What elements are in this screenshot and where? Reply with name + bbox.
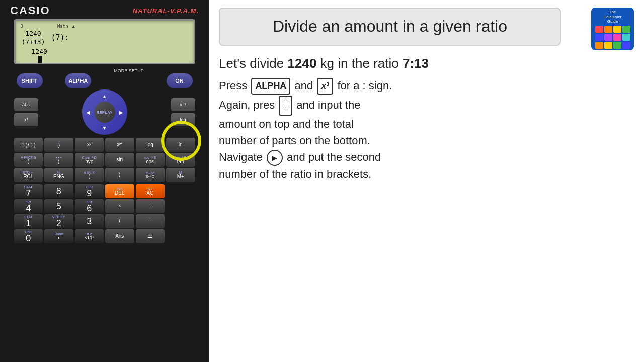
ac-button[interactable]: OFF AC [136,184,165,198]
calculator: CASIO NATURAL-V.P.A.M. D Math ▲ 1240 (7+… [0,0,209,362]
empty-cell2 [166,199,195,213]
frac-button[interactable]: ⬚/⬚ [14,138,43,152]
mode-setup-spacer [116,73,142,88]
calculator-guide-logo: The Calculator Guide [591,8,634,50]
nav-inner[interactable]: REPLAY [94,102,115,123]
display-indicators: D Math ▲ [21,24,189,29]
again-text: Again, pres [219,99,275,111]
paren-left2-button[interactable]: a b/c X ( [75,168,104,182]
nav-pad[interactable]: ▲ ▼ ◀ ▶ REPLAY [82,89,127,135]
navigate-text: Navigate [219,151,263,163]
minus-button[interactable]: − [136,214,165,228]
ln-button[interactable]: ln [166,138,195,152]
x3-button[interactable]: x³ [14,113,38,126]
ans-button[interactable]: Ans [105,229,134,243]
seven-button[interactable]: STAT 7 [14,184,43,198]
sin-button[interactable]: sin [105,153,134,167]
tan-button[interactable]: tan⁻¹ F tan [166,153,195,167]
nav-up-arrow[interactable]: ▲ [102,94,107,99]
instruction-line2: Again, pres □ □ and input the [219,96,631,116]
eng-button[interactable]: % ENG [44,168,73,182]
and-input-text: and input the [296,99,360,111]
mult-button[interactable]: × [105,199,134,213]
frac-key-icon: □ □ [279,96,292,116]
x10-button[interactable]: π e ×10ˣ [75,229,104,243]
abs-button[interactable]: Abs [14,98,38,111]
equals-button[interactable]: = [136,229,165,243]
calc-display: D Math ▲ 1240 (7+13) (7): 1240 [14,19,195,64]
x3-key-badge: x³ [317,78,333,95]
display-multiplier: (7): [51,33,69,42]
log-button[interactable]: log [136,138,165,152]
nav-area: Abs x³ ▲ ▼ ◀ ▶ REPLAY x⁻ [14,89,195,135]
fraction-denominator: (7+13) [21,38,46,46]
nav-left-arrow[interactable]: ◀ [86,110,90,115]
display-frac2: 1240 [31,48,48,65]
x3-group: x³ [14,113,38,126]
trig-row: A FACT B ( • • • ) C sin⁻¹ D hyp sin cos… [14,153,195,167]
memory-row: STO ← RCL % ENG a b/c X ( ) M– M S⇔D M M… [14,168,195,182]
display-fraction1: 1240 (7+13) [21,30,46,46]
instruction-line6: number of the ratio in brackets. [219,166,631,183]
on-group: ON [167,73,193,88]
paren-right2-button[interactable]: ) [105,168,134,182]
on-button[interactable]: ON [167,73,193,88]
subtitle-amount: 1240 [288,56,317,71]
cos-button[interactable]: cos⁻¹ E cos [136,153,165,167]
natural-vpam-label: NATURAL-V.P.A.M. [133,7,199,15]
indicator-d: D [21,24,23,29]
display-line2: 1240 [21,48,189,65]
sqrt-button[interactable]: √ √ [44,138,73,152]
title-box: Divide an amount in a given ratio [219,8,561,46]
mplus-button[interactable]: M M+ [166,168,195,182]
x2-button[interactable]: x² [75,138,104,152]
calc-brand: CASIO NATURAL-V.P.A.M. [5,4,204,17]
right-panel: The Calculator Guide Divide an amount in… [209,0,644,362]
num-row1: STAT 7 8 CLR 9 INS DEL OFF AC [14,184,195,198]
xinv-button[interactable]: x⁻¹ [171,98,195,111]
alpha-group: ALPHA [65,73,91,88]
nav-down-arrow[interactable]: ▼ [102,125,107,131]
sd-button[interactable]: M– M S⇔D [136,168,165,182]
left-nav-buttons: Abs x³ [14,98,38,126]
display-cursor [38,56,42,63]
five-button[interactable]: 5 [44,199,73,213]
logab-button[interactable]: log [171,113,195,126]
decimal-button[interactable]: Ran# • [44,229,73,243]
for-text: for a : sign. [337,79,392,92]
instruction-line3: amount on top and the total [219,116,631,132]
one-button[interactable]: STAT 1 [14,214,43,228]
indicator-arrow: ▲ [72,24,75,29]
paren-left-button[interactable]: A FACT B ( [14,153,43,167]
two-button[interactable]: VERIFY 2 [44,214,73,228]
fraction-numerator: 1240 [24,30,42,38]
and-put-text: and put the second [287,151,381,163]
xexp-button[interactable]: xᵐ [105,138,134,152]
paren-right-button[interactable]: • • • ) [44,153,73,167]
page-title: Divide an amount in a given ratio [230,16,550,37]
instruction-line1: Press ALPHA and x³ for a : sign. [219,77,631,95]
four-button[interactable]: nPr 4 [14,199,43,213]
three-button[interactable]: 3 [75,214,104,228]
replay-label: REPLAY [97,110,113,115]
del-button[interactable]: INS DEL [105,184,134,198]
nav-right-arrow[interactable]: ▶ [119,110,123,115]
xinv-group: x⁻¹ [171,98,195,111]
instruction-line4: number of parts on the bottom. [219,132,631,149]
nine-button[interactable]: CLR 9 [75,184,104,198]
num-row3: STAT 1 VERIFY 2 3 + − [14,214,195,228]
function-row1: ⬚/⬚ √ √ x² xᵐ log ln [14,138,195,152]
display-line1: 1240 (7+13) (7): [21,30,189,46]
rcl-button[interactable]: STO ← RCL [14,168,43,182]
div-button[interactable]: ÷ [136,199,165,213]
hyp-button[interactable]: C sin⁻¹ D hyp [75,153,104,167]
plus-button[interactable]: + [105,214,134,228]
shift-button[interactable]: SHIFT [17,73,43,88]
six-button[interactable]: nCr 6 [75,199,104,213]
zero-button[interactable]: Rnd 0 [14,229,43,243]
alpha-key-badge: ALPHA [251,78,290,95]
alpha-button[interactable]: ALPHA [65,73,91,88]
eight-button[interactable]: 8 [44,184,73,198]
empty-cell4 [166,229,195,243]
indicator-math: Math [57,24,68,29]
